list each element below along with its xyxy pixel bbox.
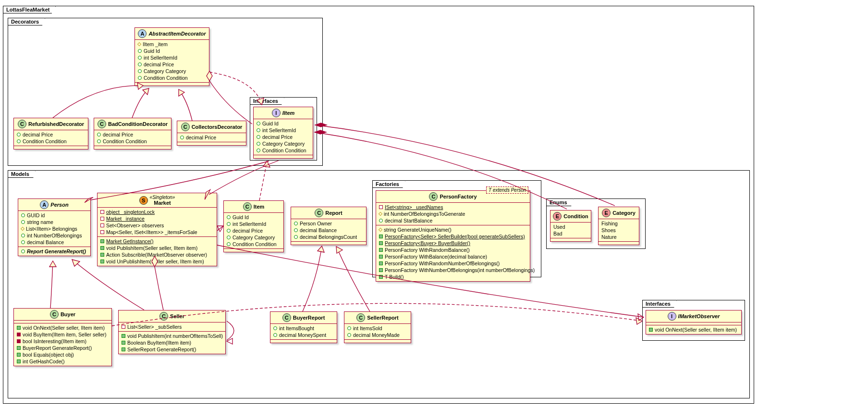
vis-public-icon [227,222,231,226]
class-name: Seller [170,313,184,319]
vis-method-icon [122,347,125,351]
vis-method-icon [100,253,104,257]
class-name: SellerReport [367,315,398,321]
vis-protected-icon [21,227,24,231]
vis-method-icon [100,260,104,263]
vis-public-icon [138,69,142,73]
vis-public-icon [347,333,351,337]
vis-method-icon [17,326,21,330]
vis-method-icon [379,268,383,272]
class-name: IItem [282,110,295,116]
vis-public-icon [257,149,260,152]
class-imarketobserver: IIMarketObserver void OnNext(Seller sell… [646,310,742,335]
class-condition: ECondition Used Bad [550,210,591,242]
class-name: Category [612,210,636,216]
badge-abstract-icon: A [40,200,49,209]
class-refurbisheddecorator: CRefurbishedDecorator decimal Price Cond… [13,118,88,149]
badge-interface-icon: I [272,109,281,117]
class-person: APerson GUID id string name List<IItem> … [18,198,91,256]
vis-public-icon [138,62,142,66]
vis-public-icon [138,56,142,60]
badge-class-icon: C [282,313,291,322]
badge-class-icon: C [429,192,438,201]
class-buyer: CBuyer void OnNext(Seller seller, IItem … [13,308,112,366]
vis-private-icon [100,223,104,227]
class-item: CItem Guid Id int SellerItemId decimal P… [223,200,284,252]
vis-public-icon [21,240,25,244]
class-name: BadConditionDecorator [108,121,168,127]
class-abstractitemdecorator: AAbstractItemDecorator IItem _item Guid … [134,27,209,86]
class-seller: CSeller List<Seller> _subSellers void Pu… [118,310,226,354]
vis-public-icon [227,229,231,233]
badge-class-icon: C [98,120,106,128]
badge-class-icon: C [315,209,323,217]
vis-method-icon [379,235,383,238]
vis-private-method-icon [17,333,21,336]
vis-private-icon [379,205,383,209]
vis-method-icon [122,341,125,345]
vis-public-icon [227,215,231,219]
vis-public-icon [180,136,184,139]
frame-root-label: LottasFleaMarket [3,6,56,13]
template-label: T extends Person [486,186,528,194]
vis-public-icon [273,326,277,330]
frame-factories-label: Factories [372,180,405,188]
vis-public-icon [138,49,142,53]
class-name: Buyer [61,311,75,317]
frame-dec-interfaces-label: Interfaces [250,97,284,105]
badge-class-icon: C [356,313,365,322]
vis-private-method-icon [17,339,21,343]
vis-method-icon [100,239,104,243]
vis-public-icon [227,242,231,246]
class-collectorsdecorator: CCollectorsDecorator decimal Price [177,121,246,146]
badge-enum-icon: E [602,209,611,217]
vis-public-icon [97,133,101,136]
class-buyerreport: CBuyerReport int ItemsBought decimal Mon… [270,311,337,343]
vis-method-icon [379,275,383,279]
frame-enums-label: Enums [546,198,574,206]
class-name: IMarketObserver [678,313,720,319]
class-name: Person [50,202,68,208]
vis-method-icon [379,261,383,265]
vis-public-icon [138,76,142,80]
vis-private-icon [100,230,104,234]
vis-method-icon [379,255,383,259]
class-name: Report [325,210,342,216]
vis-public-icon [347,326,351,330]
class-name: Market [154,200,171,206]
class-name: CollectorsDecorator [192,124,243,130]
vis-private-icon [100,210,104,214]
class-badconditiondecorator: CBadConditionDecorator decimal Price Con… [94,118,171,149]
class-iitem: IIItem Guid Id int SellerItemId decimal … [253,107,313,159]
class-market: S«Singleton»Market object _singletonLock… [97,193,217,266]
vis-public-icon [257,135,260,139]
class-personfactory: CPersonFactory ISet<string> _usedNames i… [376,190,530,282]
vis-public-icon [21,220,25,224]
vis-protected-icon [137,42,141,46]
vis-private-icon [100,217,104,221]
vis-public-icon [294,222,298,225]
class-name: Condition [563,213,588,219]
vis-public-icon [97,139,101,143]
badge-interface-icon: I [668,312,676,321]
class-report: CReport Person Owner decimal Balance dec… [291,207,367,245]
class-category: ECategory Fishing Shoes Nature [598,207,639,245]
vis-public-icon [17,139,21,143]
vis-method-icon [17,353,21,357]
vis-public-icon [294,228,298,232]
class-name: RefurbishedDecorator [28,121,84,127]
vis-public-icon [21,249,25,253]
vis-public-icon [379,219,383,223]
class-name: AbstractItemDecorator [148,31,206,37]
vis-public-icon [273,333,277,337]
vis-public-icon [294,235,298,239]
vis-public-icon [257,128,260,132]
badge-abstract-icon: A [138,29,147,38]
vis-public-icon [257,122,260,125]
vis-public-icon [21,213,25,217]
vis-method-icon [379,241,383,245]
class-name: PersonFactory [440,194,477,199]
vis-method-icon [100,246,104,250]
badge-class-icon: C [50,310,59,319]
vis-protected-icon [379,212,382,216]
